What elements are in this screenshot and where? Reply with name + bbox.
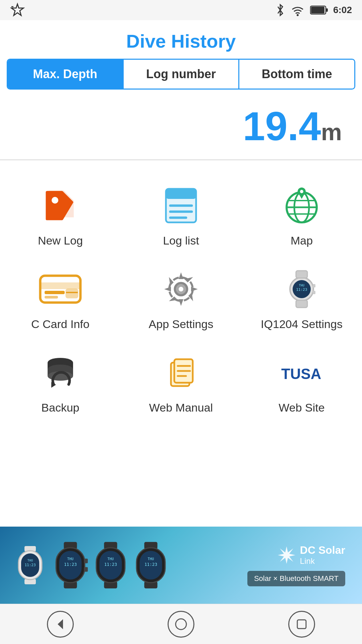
svg-text:THU: THU (67, 557, 74, 561)
watch-icon: THU 11:23 (283, 269, 320, 309)
ad-watch-dark-2: THU 11:23 (90, 540, 131, 590)
svg-point-20 (300, 190, 303, 193)
home-button[interactable] (168, 611, 194, 638)
log-list-button[interactable]: Log list (121, 174, 241, 257)
svg-text:11:23: 11:23 (144, 562, 157, 567)
main-grid: New Log Log list (0, 167, 362, 431)
card-icon (39, 272, 82, 306)
depth-value: 19.4 (243, 104, 321, 149)
gear-icon (161, 269, 201, 309)
nav-bar (0, 604, 362, 644)
app-settings-button[interactable]: App Settings (121, 257, 241, 341)
value-display: 19.4m (0, 96, 362, 159)
svg-marker-0 (11, 4, 23, 15)
svg-rect-34 (296, 300, 307, 308)
svg-point-30 (179, 287, 183, 291)
star-icon (10, 3, 25, 17)
recent-button[interactable] (288, 611, 315, 638)
svg-rect-25 (66, 289, 78, 298)
web-manual-label: Web Manual (149, 401, 213, 414)
c-card-info-button[interactable]: C Card Info (0, 257, 121, 341)
battery-icon (310, 5, 328, 15)
svg-text:THU: THU (148, 557, 154, 561)
new-log-button[interactable]: New Log (0, 174, 121, 257)
web-manual-button[interactable]: Web Manual (121, 341, 241, 424)
tab-max-depth[interactable]: Max. Depth (8, 60, 124, 89)
app-settings-icon-wrapper (159, 267, 203, 311)
svg-text:11:23: 11:23 (64, 562, 77, 567)
svg-rect-63 (84, 558, 88, 563)
svg-marker-77 (278, 546, 295, 564)
svg-point-8 (52, 197, 58, 204)
svg-text:11:23: 11:23 (296, 287, 307, 292)
svg-rect-5 (326, 8, 328, 12)
wifi-icon (290, 3, 305, 17)
map-icon-wrapper (280, 184, 323, 227)
solar-badge-text: Solar × Bluetooth SMART (254, 574, 339, 583)
recent-icon (295, 618, 308, 631)
svg-rect-33 (296, 271, 307, 278)
ad-badge-label: Solar × Bluetooth SMART (247, 571, 345, 586)
svg-text:THU: THU (27, 559, 33, 562)
web-site-icon-wrapper: TUSA (280, 351, 323, 394)
map-button[interactable]: Map (241, 174, 362, 257)
back-icon (54, 618, 67, 631)
dc-solar-label: DC Solar (300, 544, 345, 556)
web-site-label: Web Site (279, 401, 324, 414)
depth-unit: m (321, 119, 342, 145)
back-button[interactable] (47, 611, 74, 638)
svg-rect-80 (297, 620, 306, 629)
backup-button[interactable]: Backup (0, 341, 121, 424)
page-title: Dive History (0, 20, 362, 59)
app-settings-label: App Settings (149, 318, 214, 331)
svg-rect-64 (84, 567, 88, 572)
svg-marker-78 (58, 619, 63, 629)
svg-rect-10 (166, 189, 196, 199)
svg-text:THU: THU (299, 284, 304, 287)
svg-point-79 (176, 619, 186, 630)
svg-rect-37 (313, 284, 315, 287)
status-left (10, 3, 25, 17)
backup-label: Backup (41, 401, 79, 414)
map-label: Map (291, 234, 313, 247)
manual-icon (163, 353, 199, 393)
svg-rect-4 (311, 7, 324, 13)
c-card-icon-wrapper (39, 267, 82, 311)
ad-banner[interactable]: THU 11:23 THU 11:23 THU 11: (0, 527, 362, 604)
iq1204-settings-button[interactable]: THU 11:23 IQ1204 Settings (241, 257, 362, 341)
backup-icon-wrapper (39, 351, 82, 394)
home-icon (174, 618, 188, 631)
ad-watch-white: THU 11:23 (15, 543, 45, 587)
iq1204-settings-label: IQ1204 Settings (261, 318, 343, 331)
svg-text:11:23: 11:23 (104, 562, 117, 567)
globe-icon (282, 185, 322, 226)
svg-rect-23 (45, 291, 65, 294)
tab-bottom-time[interactable]: Bottom time (239, 60, 354, 89)
filter-tabs: Max. Depth Log number Bottom time (7, 59, 355, 90)
tag-icon (40, 185, 80, 226)
log-list-label: Log list (163, 234, 199, 247)
svg-text:11:23: 11:23 (24, 563, 36, 567)
web-manual-icon-wrapper (159, 351, 203, 394)
tab-log-number[interactable]: Log number (124, 60, 240, 89)
svg-text:THU: THU (108, 557, 114, 561)
svg-rect-22 (40, 282, 80, 289)
list-icon (161, 185, 201, 226)
dc-solar-link-label: Link (300, 556, 345, 566)
database-icon (42, 353, 79, 393)
divider (0, 159, 362, 160)
log-list-icon-wrapper (159, 184, 203, 227)
clock: 6:02 (333, 5, 352, 15)
tusa-icon: TUSA (280, 361, 323, 384)
c-card-info-label: C Card Info (31, 318, 89, 331)
svg-rect-38 (313, 291, 315, 294)
ad-watch-dark-1: THU 11:23 (50, 540, 90, 590)
web-site-button[interactable]: TUSA Web Site (241, 341, 362, 424)
status-bar: 6:02 (0, 0, 362, 20)
svg-rect-24 (45, 296, 58, 299)
starburst-icon (277, 545, 297, 565)
svg-text:TUSA: TUSA (281, 366, 321, 382)
bluetooth-icon (275, 3, 285, 17)
new-log-icon-wrapper (39, 184, 82, 227)
svg-point-2 (297, 14, 299, 16)
